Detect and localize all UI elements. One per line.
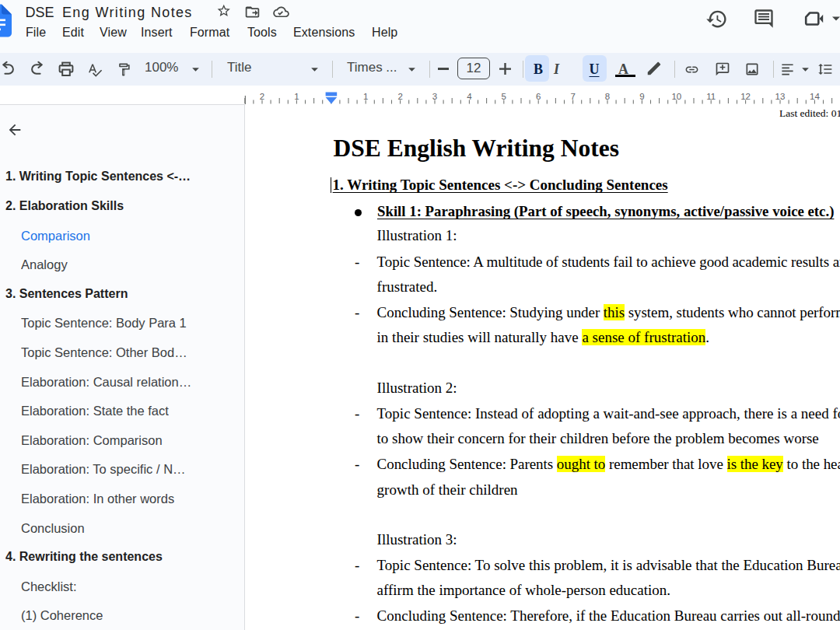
svg-text:10: 10 <box>671 92 681 101</box>
svg-text:8: 8 <box>605 92 610 101</box>
svg-text:13: 13 <box>775 92 786 101</box>
svg-text:9: 9 <box>639 92 644 101</box>
svg-text:12: 12 <box>740 92 751 101</box>
svg-text:1: 1 <box>363 92 368 101</box>
svg-text:3: 3 <box>432 92 437 101</box>
svg-text:11: 11 <box>706 92 716 101</box>
svg-text:4: 4 <box>467 92 472 101</box>
svg-text:14: 14 <box>810 92 820 101</box>
svg-text:6: 6 <box>536 92 541 101</box>
svg-text:2: 2 <box>397 92 402 101</box>
svg-text:1: 1 <box>294 92 299 101</box>
svg-text:5: 5 <box>502 92 506 101</box>
svg-text:2: 2 <box>260 92 264 101</box>
svg-text:7: 7 <box>570 92 575 101</box>
